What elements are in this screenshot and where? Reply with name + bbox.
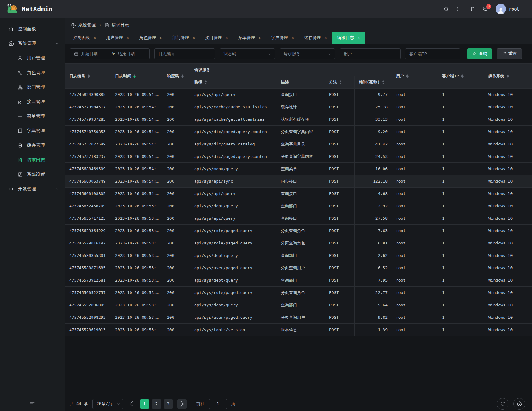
cell-log-id: 475745824890885 (65, 89, 111, 101)
col-header-status[interactable]: 响应码 (163, 64, 190, 89)
switch-columns-icon[interactable] (470, 6, 475, 12)
close-icon[interactable]: ✕ (94, 36, 96, 40)
sidebar-item-user-management[interactable]: 用户管理 (0, 51, 65, 65)
cell-status-code: 200 (163, 138, 190, 150)
col-header-user[interactable]: 用户 (392, 64, 438, 89)
sidebar-item-menu-management[interactable]: 菜单管理 (0, 109, 65, 123)
cell-log-id: 475745779937285 (65, 113, 111, 126)
table-row[interactable]: 475745737027589 2023-10-26 09:54:23 200 … (65, 138, 532, 150)
tab-dashboard[interactable]: 控制面板 ✕ (68, 32, 101, 44)
table-row[interactable]: 475745779937285 2023-10-26 09:54:34 200 … (65, 113, 532, 126)
search-button[interactable]: 查询 (467, 48, 492, 59)
search-icon[interactable] (444, 6, 449, 12)
status-code-select[interactable]: 状态码 (220, 48, 275, 59)
col-header-elapsed[interactable]: 耗时(毫秒) (355, 76, 392, 89)
service-select[interactable]: 请求服务 (280, 48, 335, 59)
date-range-picker[interactable]: 至 (70, 48, 150, 59)
table-row[interactable]: 475745573912581 2023-10-26 09:53:43 200 … (65, 274, 532, 287)
col-header-log-time[interactable]: 日志时间 (111, 64, 163, 89)
cell-status-code: 200 (163, 299, 190, 311)
collapse-sidebar-icon[interactable] (29, 401, 35, 407)
table-row[interactable]: 475745632456709 2023-10-26 09:53:58 200 … (65, 200, 532, 212)
fullscreen-icon[interactable] (457, 6, 462, 12)
close-icon[interactable]: ✕ (259, 36, 261, 40)
prev-page-button[interactable] (128, 399, 136, 409)
table-row[interactable]: 475745528619013 2023-10-26 09:53:32 200 … (65, 324, 532, 336)
api-icon (17, 99, 23, 105)
table-row[interactable]: 475745779904517 2023-10-26 09:54:34 200 … (65, 101, 532, 113)
sidebar-item-dashboard[interactable]: 控制面板 (0, 22, 65, 36)
gear-icon (71, 23, 76, 28)
tab-cache-management[interactable]: 缓存管理 ✕ (299, 32, 332, 44)
user-input[interactable] (344, 51, 397, 56)
end-date-input[interactable] (118, 51, 146, 56)
page-button-2[interactable]: 2 (152, 399, 161, 409)
cell-user: root (392, 212, 438, 225)
cell-elapsed-ms: 9.20 (355, 126, 392, 138)
sidebar-item-dev-management[interactable]: 开发管理 (0, 182, 65, 196)
page-button-1[interactable]: 1 (140, 399, 149, 409)
brand[interactable]: NetAdmin (6, 3, 53, 15)
close-icon[interactable]: ✕ (160, 36, 162, 40)
tab-dept-management[interactable]: 部门管理 ✕ (167, 32, 200, 44)
cell-os: Windows 10 (484, 89, 532, 101)
messages-icon[interactable]: 3 (483, 6, 488, 12)
sidebar-item-system-management[interactable]: 系统管理 (0, 36, 65, 51)
close-icon[interactable]: ✕ (127, 36, 129, 40)
tab-role-management[interactable]: 角色管理 ✕ (134, 32, 167, 44)
table-row[interactable]: 475745688469509 2023-10-26 09:54:11 200 … (65, 163, 532, 175)
tab-request-log[interactable]: 请求日志 ✕ (332, 32, 365, 44)
tab-menu-management[interactable]: 菜单管理 ✕ (233, 32, 266, 44)
reset-button[interactable]: 重置 (497, 48, 522, 59)
col-header-log-id[interactable]: 日志编号 (65, 64, 111, 89)
table-row[interactable]: 475745635717125 2023-10-26 09:53:58 200 … (65, 212, 532, 225)
settings-button[interactable] (513, 398, 525, 410)
page-button-3[interactable]: 3 (164, 399, 173, 409)
table-row[interactable]: 475745552896005 2023-10-26 09:53:38 200 … (65, 299, 532, 311)
start-date-input[interactable] (81, 51, 109, 56)
close-icon[interactable]: ✕ (193, 36, 195, 40)
cell-description: 分页查询用户 (277, 262, 325, 274)
tab-user-management[interactable]: 用户管理 ✕ (101, 32, 134, 44)
client-ip-input[interactable] (409, 51, 456, 56)
tab-dict-management[interactable]: 字典管理 ✕ (266, 32, 299, 44)
table-row[interactable]: 475745579016197 2023-10-26 09:53:45 200 … (65, 237, 532, 249)
close-icon[interactable]: ✕ (358, 36, 360, 40)
sidebar-item-system-settings[interactable]: 系统设置 (0, 167, 65, 182)
next-page-button[interactable] (177, 399, 187, 409)
table-row[interactable]: 475745629364229 2023-10-26 09:53:57 200 … (65, 225, 532, 237)
page-size-select[interactable]: 20条/页 (92, 399, 123, 409)
table-row[interactable]: 475745660108805 2023-10-26 09:54:04 200 … (65, 188, 532, 200)
table-row[interactable]: 475745560522757 2023-10-26 09:53:40 200 … (65, 287, 532, 299)
close-icon[interactable]: ✕ (292, 36, 294, 40)
cell-path: api/sys/dic/paged.query.content (190, 126, 277, 138)
table-row[interactable]: 475745740750853 2023-10-26 09:54:24 200 … (65, 126, 532, 138)
breadcrumb-system[interactable]: 系统管理 (71, 22, 96, 28)
sidebar-item-dict-management[interactable]: 字典管理 (0, 123, 65, 138)
col-header-path[interactable]: 路径 (190, 76, 277, 89)
cell-log-time: 2023-10-26 09:54:45 (111, 89, 163, 101)
user-menu[interactable]: root (496, 4, 526, 14)
close-icon[interactable]: ✕ (324, 36, 327, 40)
table-row[interactable]: 475745580871685 2023-10-26 09:53:45 200 … (65, 262, 532, 274)
sidebar-item-dept-management[interactable]: 部门管理 (0, 80, 65, 94)
sidebar-item-cache-management[interactable]: 缓存管理 (0, 138, 65, 153)
table-row[interactable]: 475745824890885 2023-10-26 09:54:45 200 … (65, 89, 532, 101)
col-header-method[interactable]: 方法 (325, 76, 355, 89)
sidebar-item-api-management[interactable]: 接口管理 (0, 94, 65, 109)
tab-api-management[interactable]: 接口管理 ✕ (200, 32, 233, 44)
close-icon[interactable]: ✕ (226, 36, 228, 40)
log-id-input[interactable] (158, 51, 211, 56)
table-row[interactable]: 475745737183237 2023-10-26 09:54:23 200 … (65, 150, 532, 163)
goto-page-input[interactable] (209, 399, 227, 409)
table-row[interactable]: 475745660063749 2023-10-26 09:54:04 200 … (65, 175, 532, 188)
col-header-client-ip[interactable]: 客户端IP (438, 64, 484, 89)
sidebar-item-role-management[interactable]: 角色管理 (0, 65, 65, 80)
col-header-os[interactable]: 操作系统 (484, 64, 532, 89)
sidebar-item-request-log[interactable]: 请求日志 (0, 153, 65, 167)
cell-user: root (392, 138, 438, 150)
cell-user: root (392, 163, 438, 175)
table-row[interactable]: 475745552908293 2023-10-26 09:53:38 200 … (65, 311, 532, 324)
reload-button[interactable] (497, 398, 508, 410)
table-row[interactable]: 475745580855301 2023-10-26 09:53:45 200 … (65, 249, 532, 262)
